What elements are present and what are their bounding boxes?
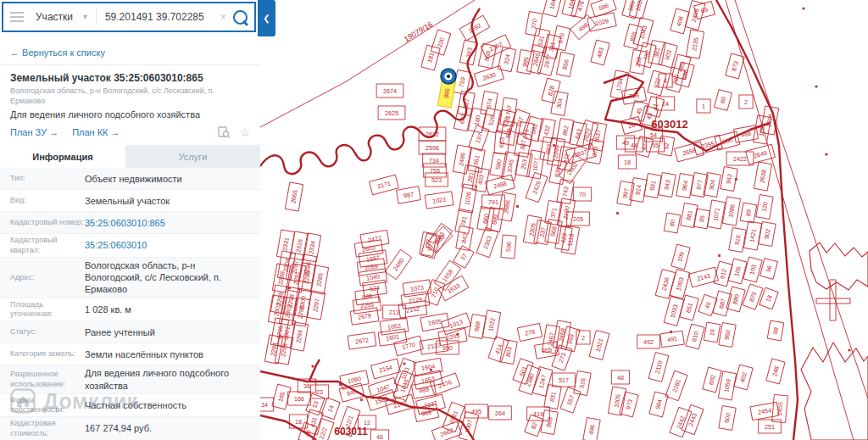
parcel[interactable]: 2662: [431, 421, 461, 440]
parcel[interactable]: 495: [465, 404, 488, 418]
parcel[interactable]: 803: [500, 340, 517, 365]
parcel[interactable]: 2625: [378, 106, 405, 120]
parcel[interactable]: 2486: [453, 145, 470, 174]
parcel[interactable]: 2171: [370, 175, 399, 195]
parcel[interactable]: 80: [664, 213, 680, 233]
parcel[interactable]: 89: [740, 203, 756, 223]
parcel[interactable]: 2466: [486, 175, 515, 195]
parcel[interactable]: 2480: [385, 249, 411, 279]
parcel[interactable]: 16: [704, 322, 720, 343]
parcel[interactable]: 1023: [425, 192, 453, 209]
clear-icon[interactable]: ×: [220, 11, 226, 23]
parcel[interactable]: 523: [426, 173, 448, 187]
parcel[interactable]: 964: [649, 392, 668, 417]
plan-kk-link[interactable]: План КК →: [72, 127, 120, 137]
tab-services[interactable]: Услуги: [125, 145, 260, 168]
parcel[interactable]: 2135: [686, 30, 704, 58]
parcel[interactable]: 2658: [675, 142, 704, 162]
parcel[interactable]: 37: [453, 246, 475, 269]
parcel[interactable]: 164: [543, 0, 562, 17]
parcel[interactable]: 491: [660, 331, 685, 348]
parcel[interactable]: 2455: [772, 394, 788, 422]
parcel[interactable]: 34: [260, 398, 274, 411]
parcel[interactable]: 734: [423, 153, 446, 167]
parcel[interactable]: 205: [567, 212, 590, 226]
parcel[interactable]: 873: [726, 53, 744, 79]
parcel[interactable]: 2: [739, 95, 753, 109]
parcel[interactable]: 1021: [589, 331, 609, 360]
parcel[interactable]: 2454: [750, 402, 779, 420]
parcel[interactable]: 46: [370, 430, 388, 440]
parcel[interactable]: 248: [766, 359, 785, 384]
parcel[interactable]: 856: [556, 52, 574, 76]
parcel[interactable]: 1086: [722, 197, 740, 226]
parcel[interactable]: 492: [637, 335, 660, 348]
parcel[interactable]: 2: [576, 331, 590, 344]
parcel[interactable]: 2110: [648, 353, 669, 382]
parcel[interactable]: 213: [383, 305, 406, 319]
search-icon[interactable]: [233, 10, 248, 25]
parcel[interactable]: 2666: [498, 192, 515, 221]
parcel[interactable]: 264: [489, 406, 512, 420]
parcel[interactable]: 2154: [371, 359, 401, 379]
field-value[interactable]: 35:25:0603010:865: [85, 217, 260, 229]
parcel[interactable]: 220: [431, 30, 450, 55]
parcel[interactable]: 1090: [340, 370, 369, 389]
parcel[interactable]: 2422: [726, 152, 754, 165]
search-type-select[interactable]: Участки ▼: [36, 11, 89, 23]
parcel[interactable]: 96: [760, 259, 778, 280]
plan-zu-link[interactable]: План ЗУ →: [10, 127, 58, 137]
parcel[interactable]: 483: [591, 40, 609, 65]
parcel[interactable]: 1604: [414, 358, 442, 376]
parcel[interactable]: 2408: [685, 1, 705, 31]
parcel[interactable]: 1071: [707, 200, 725, 229]
parcel[interactable]: 2596: [419, 141, 446, 154]
parcel[interactable]: 831: [544, 385, 561, 409]
parcel[interactable]: 2665: [285, 182, 303, 211]
parcel[interactable]: 516: [574, 371, 591, 396]
parcel[interactable]: 987: [397, 187, 421, 203]
parcel[interactable]: 2674: [376, 84, 403, 97]
parcel[interactable]: 914: [630, 178, 647, 203]
parcel[interactable]: 881: [681, 203, 698, 228]
parcel[interactable]: 950: [719, 323, 736, 348]
parcel[interactable]: 70: [573, 187, 591, 201]
parcel[interactable]: 48: [611, 370, 629, 384]
parcel[interactable]: 1003: [670, 270, 690, 299]
parcel[interactable]: 610: [686, 324, 704, 349]
parcel[interactable]: 1059: [718, 371, 736, 400]
parcel[interactable]: 755: [424, 164, 447, 177]
parcel[interactable]: 2638: [754, 162, 771, 191]
parcel[interactable]: 2363: [476, 227, 498, 257]
parcel[interactable]: 2331: [276, 230, 294, 259]
parcel[interactable]: 997: [617, 181, 634, 206]
zoom-to-object-icon[interactable]: [218, 126, 231, 138]
parcel[interactable]: 602: [703, 367, 721, 393]
parcel[interactable]: 1005: [608, 387, 626, 415]
cadastral-map[interactable]: 1592239227067417673435603249951812207592…: [260, 0, 868, 440]
parcel[interactable]: 270: [526, 12, 542, 36]
parcel[interactable]: 18: [618, 155, 636, 169]
parcel[interactable]: 903: [659, 42, 677, 68]
parcel[interactable]: 120: [756, 195, 773, 220]
parcel[interactable]: 2297: [307, 291, 325, 320]
collapse-panel-button[interactable]: ❮: [258, 0, 275, 36]
parcel[interactable]: 166: [288, 392, 311, 405]
tab-information[interactable]: Информация: [0, 145, 125, 168]
parcel[interactable]: 1053: [380, 318, 409, 335]
search-input[interactable]: [103, 10, 214, 24]
parcel[interactable]: 557: [560, 387, 581, 413]
parcel[interactable]: 517: [553, 373, 576, 387]
parcel[interactable]: 596: [501, 235, 516, 259]
parcel[interactable]: 52: [658, 136, 674, 156]
menu-icon[interactable]: [10, 16, 24, 18]
parcel[interactable]: 1421: [743, 221, 761, 250]
parcel[interactable]: 82: [525, 415, 543, 437]
parcel[interactable]: 1007: [459, 412, 479, 440]
parcel[interactable]: 98: [767, 320, 783, 341]
parcel[interactable]: 276: [517, 323, 542, 341]
favorite-star-icon[interactable]: ☆: [239, 126, 250, 138]
back-to-list-link[interactable]: ← Вернуться к списку: [0, 36, 260, 65]
parcel[interactable]: 880: [726, 287, 745, 312]
parcel[interactable]: 1605: [420, 313, 449, 331]
